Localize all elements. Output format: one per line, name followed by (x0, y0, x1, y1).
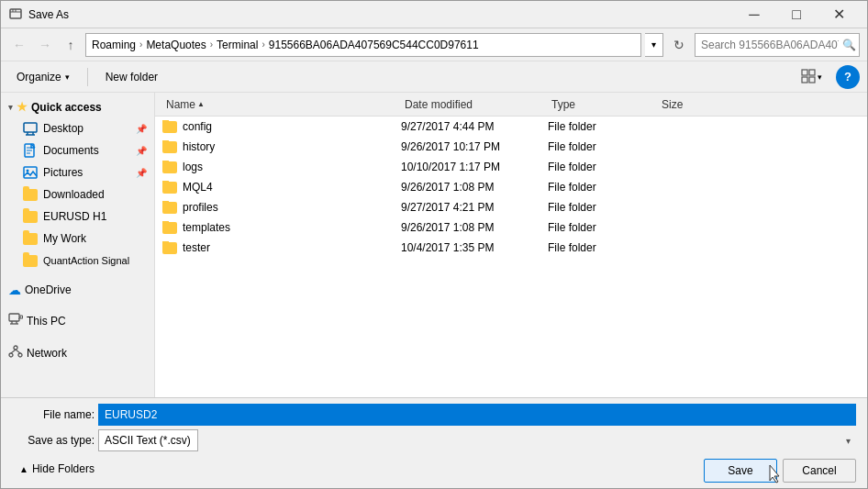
sidebar-item-eurusd[interactable]: EURUSD H1 (1, 206, 154, 228)
pictures-icon (23, 165, 38, 180)
file-date: 9/26/2017 1:08 PM (401, 221, 548, 234)
network-icon (8, 344, 23, 361)
organize-chevron-icon: ▾ (65, 72, 70, 82)
sidebar: ▾ ★ Quick access Desktop 📌 (1, 93, 155, 397)
file-type: File folder (548, 221, 658, 234)
savetype-label: Save as type: (12, 434, 95, 447)
file-area: Name ▲ Date modified Type Size (155, 93, 867, 397)
folder-quantaction-icon (23, 253, 38, 268)
file-name: MQL4 (183, 181, 213, 194)
chevron-down-icon: ▾ (8, 103, 13, 112)
file-name: templates (183, 221, 230, 234)
sidebar-mywork-label: My Work (43, 232, 86, 245)
up-button[interactable]: ↑ (60, 34, 82, 56)
table-row[interactable]: config 9/27/2017 4:44 PM File folder (155, 117, 867, 137)
address-path[interactable]: Roaming › MetaQuotes › Terminal › 915566… (85, 33, 641, 57)
sidebar-item-pictures[interactable]: Pictures 📌 (1, 161, 154, 183)
folder-eurusd-icon (23, 209, 38, 224)
file-date: 9/26/2017 1:08 PM (401, 181, 548, 194)
folder-icon (162, 222, 177, 234)
column-size[interactable]: Size (658, 98, 731, 111)
documents-icon (23, 143, 38, 158)
sidebar-thispc[interactable]: This PC (1, 308, 154, 333)
file-type: File folder (548, 161, 658, 173)
column-date-modified[interactable]: Date modified (401, 98, 548, 111)
sidebar-item-downloaded[interactable]: Downloaded (1, 183, 154, 206)
savetype-select[interactable]: ASCII Text (*.csv) (98, 429, 198, 451)
new-folder-button[interactable]: New folder (97, 65, 166, 89)
table-row[interactable]: MQL4 9/26/2017 1:08 PM File folder (155, 177, 867, 197)
address-dropdown[interactable]: ▾ (645, 33, 663, 57)
table-row[interactable]: profiles 9/27/2017 4:21 PM File folder (155, 197, 867, 217)
file-type: File folder (548, 241, 658, 254)
close-button[interactable]: ✕ (818, 1, 860, 28)
path-metaquotes: MetaQuotes (146, 39, 206, 51)
search-input[interactable] (701, 39, 839, 51)
sidebar-item-documents[interactable]: Documents 📌 (1, 139, 154, 161)
sidebar-quick-access[interactable]: ▾ ★ Quick access (1, 96, 154, 117)
sidebar-quantaction-label: QuantAction Signal (43, 255, 129, 266)
column-name[interactable]: Name ▲ (162, 98, 401, 111)
table-row[interactable]: tester 10/4/2017 1:35 PM File folder (155, 238, 867, 258)
view-icon (801, 69, 816, 85)
save-button[interactable]: Save (704, 459, 777, 483)
sidebar-network[interactable]: Network (1, 340, 154, 365)
folder-icon (162, 242, 177, 254)
hide-folders-btn[interactable]: ▲ Hide Folders (12, 461, 102, 477)
svg-line-28 (11, 350, 16, 353)
sidebar-item-mywork[interactable]: My Work (1, 228, 154, 250)
file-date: 9/27/2017 4:44 PM (401, 120, 548, 133)
svg-rect-7 (809, 77, 815, 83)
folder-icon (162, 121, 177, 133)
folder-icon (162, 161, 177, 173)
minimize-button[interactable]: ─ (733, 1, 775, 28)
table-row[interactable]: templates 9/26/2017 1:08 PM File folder (155, 217, 867, 238)
file-list: config 9/27/2017 4:44 PM File folder his… (155, 117, 867, 397)
help-button[interactable]: ? (836, 65, 860, 89)
view-button[interactable]: ▾ (795, 65, 829, 89)
pin-icon: 📌 (136, 124, 147, 134)
file-type: File folder (548, 181, 658, 194)
main-content: ▾ ★ Quick access Desktop 📌 (1, 93, 867, 397)
organize-button[interactable]: Organize ▾ (8, 65, 78, 89)
desktop-icon (23, 121, 38, 136)
svg-rect-23 (20, 316, 23, 318)
cancel-button[interactable]: Cancel (783, 459, 856, 483)
onedrive-label: OneDrive (25, 283, 72, 296)
forward-button[interactable]: → (34, 34, 56, 56)
folder-downloaded-icon (23, 187, 38, 202)
sidebar-downloaded-label: Downloaded (43, 188, 105, 201)
file-name: history (183, 140, 215, 153)
thispc-icon (8, 312, 23, 329)
file-date: 9/27/2017 4:21 PM (401, 201, 548, 214)
title-bar: Save As ─ □ ✕ (1, 1, 867, 28)
refresh-button[interactable]: ↻ (667, 33, 691, 57)
file-list-header: Name ▲ Date modified Type Size (155, 93, 867, 117)
file-type: File folder (548, 140, 658, 153)
column-type[interactable]: Type (548, 98, 658, 111)
pin-icon-pics: 📌 (136, 168, 147, 178)
filename-input[interactable] (98, 404, 856, 426)
sidebar-eurusd-label: EURUSD H1 (43, 210, 106, 223)
sort-arrow-icon: ▲ (197, 100, 205, 108)
maximize-button[interactable]: □ (775, 1, 818, 28)
file-date: 10/10/2017 1:17 PM (401, 161, 548, 173)
dialog-buttons: Save Cancel (704, 459, 856, 483)
new-folder-label: New folder (106, 71, 158, 83)
toolbar-separator (87, 68, 88, 86)
quick-access-label: Quick access (31, 101, 102, 114)
svg-rect-19 (9, 314, 19, 321)
back-button[interactable]: ← (8, 34, 30, 56)
table-row[interactable]: logs 10/10/2017 1:17 PM File folder (155, 157, 867, 177)
file-name: tester (183, 241, 210, 254)
search-box[interactable]: 🔍 (695, 33, 860, 57)
file-type: File folder (548, 201, 658, 214)
svg-rect-17 (24, 167, 37, 178)
sidebar-onedrive[interactable]: ☁ OneDrive (1, 279, 154, 301)
svg-rect-6 (802, 77, 807, 83)
table-row[interactable]: history 9/26/2017 10:17 PM File folder (155, 137, 867, 157)
sidebar-item-desktop[interactable]: Desktop 📌 (1, 117, 154, 139)
file-date: 9/26/2017 10:17 PM (401, 140, 548, 153)
sidebar-item-quantaction[interactable]: QuantAction Signal (1, 250, 154, 272)
sidebar-documents-label: Documents (43, 144, 99, 157)
